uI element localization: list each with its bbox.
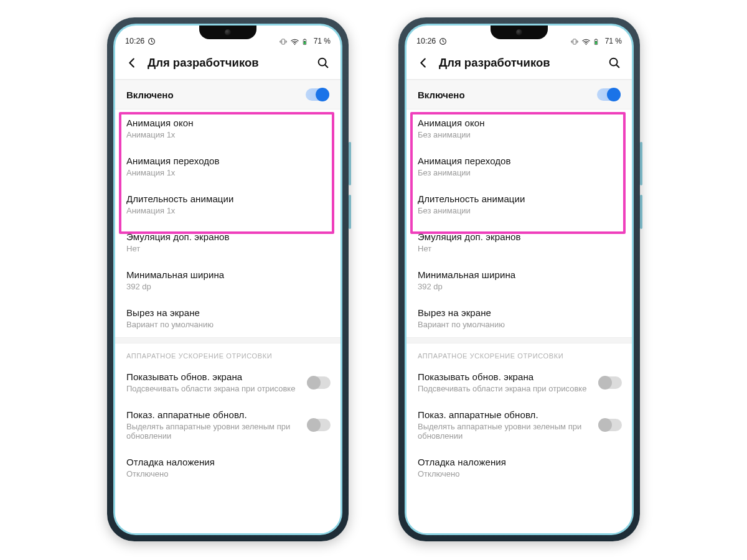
app-header: Для разработчиков [406,47,632,79]
svg-rect-11 [595,39,596,39]
item-simulate-secondary[interactable]: Эмуляция доп. экранов Нет [406,223,632,261]
status-time: 10:26 [416,37,436,45]
item-debug-overdraw[interactable]: Отладка наложения Отключено [406,449,632,487]
clock-icon [148,37,156,45]
power-button [349,142,351,185]
power-button [640,142,642,185]
status-time: 10:26 [125,37,144,45]
phone-frame-left: 10:26 71 % [107,17,349,541]
section-divider [406,337,632,343]
item-show-hw-layers[interactable]: Показ. аппаратные обновл. Выделять аппар… [115,401,341,449]
section-header-hw: АППАРАТНОЕ УСКОРЕНИЕ ОТРИСОВКИ [406,343,632,363]
phone-frame-right: 10:26 71 % [398,17,640,541]
notch [199,26,256,39]
item-display-cutout[interactable]: Вырез на экране Вариант по умолчанию [115,299,341,337]
item-debug-overdraw[interactable]: Отладка наложения Отключено [115,449,341,487]
search-button[interactable] [316,55,331,70]
toggle-hw-layers[interactable] [598,419,622,431]
item-window-animation[interactable]: Анимация окон Без анимации [406,110,632,147]
item-show-surface-updates[interactable]: Показывать обнов. экрана Подсвечивать об… [406,363,632,401]
svg-rect-8 [573,39,576,44]
volume-button [640,195,642,229]
svg-point-2 [294,44,295,45]
wifi-icon [581,37,590,45]
item-show-hw-layers[interactable]: Показ. аппаратные обновл. Выделять аппар… [406,401,632,449]
item-show-surface-updates[interactable]: Показывать обнов. экрана Подсвечивать об… [115,363,341,401]
search-button[interactable] [607,55,622,70]
item-simulate-secondary[interactable]: Эмуляция доп. экранов Нет [115,223,341,261]
enabled-row[interactable]: Включено [115,80,341,110]
vibrate-icon [279,37,287,45]
enabled-row[interactable]: Включено [406,80,632,110]
enabled-toggle[interactable] [306,88,329,101]
notch [491,26,548,39]
settings-list: Анимация окон Анимация 1x Анимация перех… [115,110,341,533]
page-title: Для разработчиков [439,56,598,70]
item-animator-duration[interactable]: Длительность анимации Анимация 1x [115,185,341,223]
item-window-animation[interactable]: Анимация окон Анимация 1x [115,110,341,147]
item-smallest-width[interactable]: Минимальная ширина 392 dp [115,261,341,299]
svg-rect-1 [281,39,284,44]
svg-point-9 [585,44,586,45]
item-smallest-width[interactable]: Минимальная ширина 392 dp [406,261,632,299]
toggle-surface-updates[interactable] [307,376,331,389]
item-transition-animation[interactable]: Анимация переходов Анимация 1x [115,147,341,185]
toggle-surface-updates[interactable] [598,376,622,389]
enabled-toggle[interactable] [597,88,621,101]
settings-list: Анимация окон Без анимации Анимация пере… [406,110,632,533]
section-divider [115,337,341,343]
back-button[interactable] [125,56,139,70]
battery-icon [593,37,601,45]
section-header-hw: АППАРАТНОЕ УСКОРЕНИЕ ОТРИСОВКИ [115,343,341,363]
volume-button [349,195,351,229]
item-animator-duration[interactable]: Длительность анимации Без анимации [406,185,632,223]
battery-pct: 71 % [314,37,331,45]
item-display-cutout[interactable]: Вырез на экране Вариант по умолчанию [406,299,632,337]
svg-rect-4 [304,39,305,39]
back-button[interactable] [416,56,430,70]
vibrate-icon [570,37,578,45]
wifi-icon [290,37,298,45]
battery-icon [301,37,309,45]
enabled-label: Включено [126,90,174,100]
toggle-hw-layers[interactable] [307,419,331,431]
enabled-label: Включено [418,90,465,100]
clock-icon [439,37,447,45]
battery-pct: 71 % [605,37,622,45]
page-title: Для разработчиков [148,56,307,70]
item-transition-animation[interactable]: Анимация переходов Без анимации [406,147,632,185]
app-header: Для разработчиков [115,47,341,79]
